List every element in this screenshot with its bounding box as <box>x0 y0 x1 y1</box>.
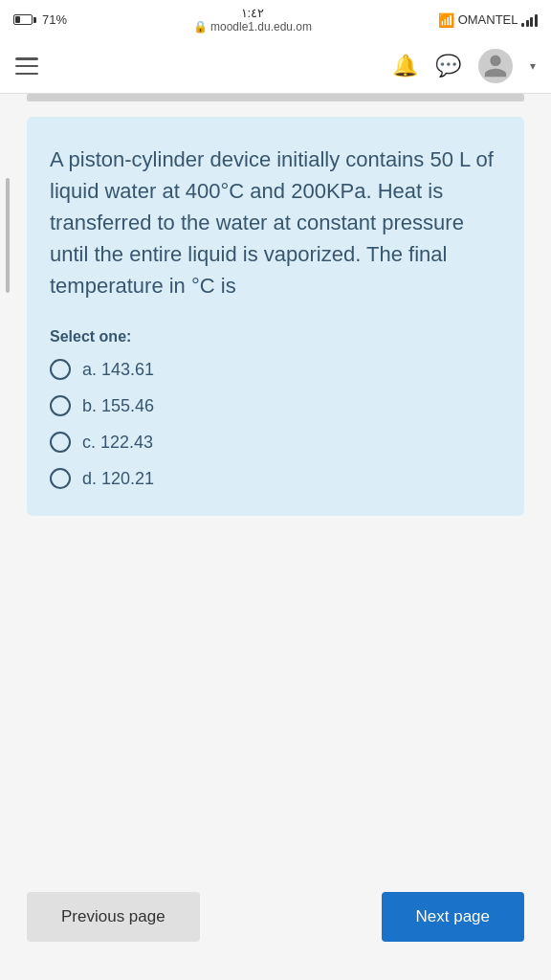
lock-icon: 🔒 <box>193 20 208 33</box>
option-b-label: b. 155.46 <box>82 396 154 416</box>
top-scroll-hint <box>27 94 524 101</box>
status-center: ١:٤٢ 🔒 moodle1.du.edu.om <box>193 6 312 33</box>
radio-b[interactable] <box>50 395 71 416</box>
signal-bars-icon <box>521 13 538 27</box>
status-right: 📶 OMANTEL <box>438 12 538 28</box>
avatar-image <box>482 53 509 79</box>
nav-right: 🔔 💬 ▾ <box>392 49 536 83</box>
battery-level: 71% <box>42 12 67 27</box>
battery-icon <box>13 14 36 25</box>
status-left: 71% <box>13 12 67 27</box>
bottom-navigation: Previous page Next page <box>0 882 551 980</box>
radio-c[interactable] <box>50 432 71 453</box>
avatar[interactable] <box>478 49 513 83</box>
dropdown-arrow-icon[interactable]: ▾ <box>530 59 536 73</box>
wifi-icon: 📶 <box>438 12 454 28</box>
options-list: a. 143.61 b. 155.46 c. 122.43 d. 120.21 <box>50 359 501 489</box>
radio-d[interactable] <box>50 468 71 489</box>
hamburger-icon[interactable] <box>15 57 38 75</box>
question-card: A piston-cylinder device initially conta… <box>27 117 524 516</box>
option-d[interactable]: d. 120.21 <box>50 468 501 489</box>
option-a[interactable]: a. 143.61 <box>50 359 501 380</box>
option-a-label: a. 143.61 <box>82 360 154 380</box>
option-d-label: d. 120.21 <box>82 469 154 489</box>
nav-left <box>15 57 38 75</box>
nav-bar: 🔔 💬 ▾ <box>0 39 551 94</box>
chat-icon[interactable]: 💬 <box>435 54 461 78</box>
option-c[interactable]: c. 122.43 <box>50 432 501 453</box>
time: ١:٤٢ <box>241 6 265 20</box>
scroll-indicator <box>6 178 10 293</box>
option-c-label: c. 122.43 <box>82 433 153 453</box>
radio-a[interactable] <box>50 359 71 380</box>
previous-page-button[interactable]: Previous page <box>27 892 200 942</box>
url-text: moodle1.du.edu.om <box>210 20 312 33</box>
select-one-label: Select one: <box>50 328 501 345</box>
option-b[interactable]: b. 155.46 <box>50 395 501 416</box>
question-text: A piston-cylinder device initially conta… <box>50 144 501 301</box>
next-page-button[interactable]: Next page <box>382 892 525 942</box>
url-bar: 🔒 moodle1.du.edu.om <box>193 20 312 33</box>
content-area: A piston-cylinder device initially conta… <box>0 101 551 882</box>
status-bar: 71% ١:٤٢ 🔒 moodle1.du.edu.om 📶 OMANTEL <box>0 0 551 39</box>
bell-icon[interactable]: 🔔 <box>392 54 418 78</box>
carrier-name: OMANTEL <box>458 12 518 27</box>
